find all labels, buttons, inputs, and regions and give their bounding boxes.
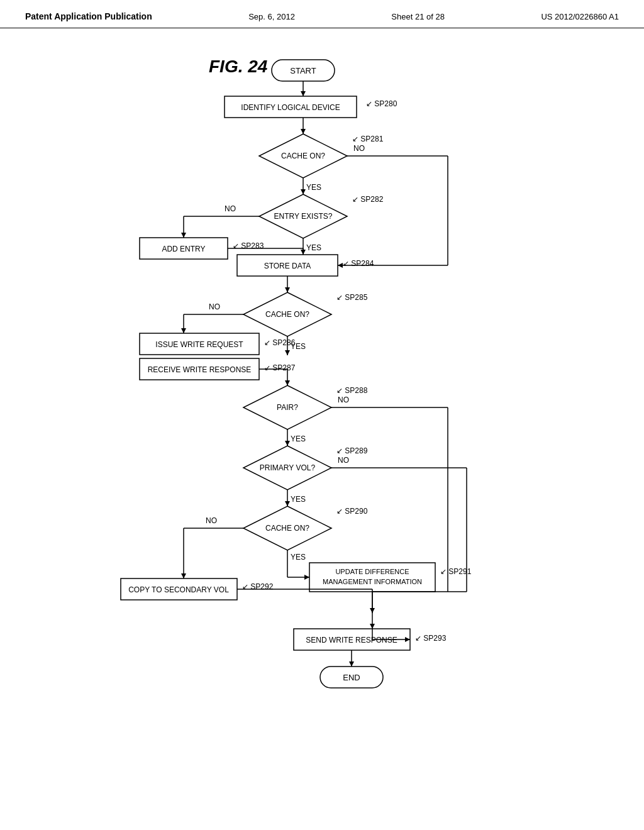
svg-marker-31 bbox=[285, 350, 290, 355]
sp283-label: ADD ENTRY bbox=[162, 245, 205, 253]
sp292-step: ↙ SP292 bbox=[242, 582, 274, 591]
sp292-label: COPY TO SECONDARY VOL bbox=[128, 585, 229, 594]
sp281-step: ↙ SP281 bbox=[352, 135, 384, 143]
sp282-step: ↙ SP282 bbox=[352, 195, 384, 204]
sp286-step: ↙ SP286 bbox=[264, 338, 296, 347]
sp281-label: CACHE ON? bbox=[281, 152, 325, 160]
svg-marker-36 bbox=[285, 380, 290, 385]
svg-marker-63 bbox=[370, 608, 375, 613]
svg-marker-53 bbox=[304, 575, 309, 580]
sp290-label: CACHE ON? bbox=[265, 524, 309, 533]
sp282-yes-label: YES bbox=[306, 243, 321, 252]
sp283-step: ↙ SP283 bbox=[233, 241, 264, 250]
sp285-no-label: NO bbox=[209, 302, 220, 311]
sp282-no-label: NO bbox=[225, 204, 236, 213]
sp290-no-label: NO bbox=[206, 516, 217, 525]
end-label: END bbox=[343, 673, 360, 682]
svg-marker-67 bbox=[349, 661, 354, 667]
sp290-yes-label: YES bbox=[291, 553, 306, 562]
publication-label: Patent Application Publication bbox=[25, 11, 152, 21]
svg-marker-40 bbox=[285, 441, 290, 446]
svg-marker-15 bbox=[181, 233, 186, 238]
svg-marker-25 bbox=[285, 287, 290, 292]
sp280-step: ↙ SP280 bbox=[366, 99, 397, 108]
sp281-no-label: NO bbox=[353, 144, 365, 153]
svg-marker-23 bbox=[338, 263, 343, 268]
flowchart-svg: FIG. 24 START IDENTIFY LOGICAL DEVICE ↙ … bbox=[39, 41, 605, 783]
svg-marker-60 bbox=[370, 624, 375, 629]
svg-marker-44 bbox=[285, 501, 290, 506]
svg-marker-48 bbox=[181, 573, 186, 578]
sp285-step: ↙ SP285 bbox=[336, 293, 368, 302]
sp288-label: PAIR? bbox=[277, 403, 298, 412]
sp290-step: ↙ SP290 bbox=[336, 507, 368, 516]
start-label: START bbox=[290, 66, 316, 75]
sp286-label: ISSUE WRITE REQUEST bbox=[155, 340, 243, 349]
sp291-label2: MANAGEMENT INFORMATION bbox=[323, 578, 422, 585]
sp281-yes-label: YES bbox=[306, 183, 321, 192]
sp289-yes-label: YES bbox=[291, 495, 306, 504]
diagram-title: FIG. 24 bbox=[209, 57, 268, 76]
patent-number: US 2012/0226860 A1 bbox=[541, 12, 619, 21]
sp284-step: ↙ SP284 bbox=[343, 259, 374, 268]
sheet-label: Sheet 21 of 28 bbox=[391, 12, 445, 21]
sp285-label: CACHE ON? bbox=[265, 310, 309, 319]
svg-marker-2 bbox=[301, 91, 306, 96]
svg-marker-9 bbox=[301, 189, 306, 194]
sp288-no-label: NO bbox=[338, 396, 349, 404]
sp289-label: PRIMARY VOL? bbox=[260, 463, 316, 472]
svg-marker-5 bbox=[301, 129, 306, 134]
sp289-step: ↙ SP289 bbox=[336, 446, 368, 455]
page-header: Patent Application Publication Sep. 6, 2… bbox=[0, 0, 644, 28]
sp280-label: IDENTIFY LOGICAL DEVICE bbox=[241, 103, 340, 112]
sp288-step: ↙ SP288 bbox=[336, 386, 368, 395]
sp293-step: ↙ SP293 bbox=[415, 634, 447, 643]
svg-marker-29 bbox=[181, 328, 186, 333]
sp291-label1: UPDATE DIFFERENCE bbox=[335, 568, 409, 575]
sp287-label: RECEIVE WRITE RESPONSE bbox=[148, 365, 252, 374]
sp287-step: ↙ SP287 bbox=[264, 363, 296, 372]
sp293-label: SEND WRITE RESPONSE bbox=[306, 636, 397, 645]
sp284-label: STORE DATA bbox=[264, 262, 311, 270]
diagram-area: FIG. 24 START IDENTIFY LOGICAL DEVICE ↙ … bbox=[0, 28, 644, 795]
svg-rect-49 bbox=[309, 563, 435, 592]
sp288-yes-label: YES bbox=[291, 434, 306, 443]
sp282-label: ENTRY EXISTS? bbox=[274, 212, 333, 221]
date-label: Sep. 6, 2012 bbox=[248, 12, 295, 21]
sp289-no-label: NO bbox=[338, 456, 349, 465]
